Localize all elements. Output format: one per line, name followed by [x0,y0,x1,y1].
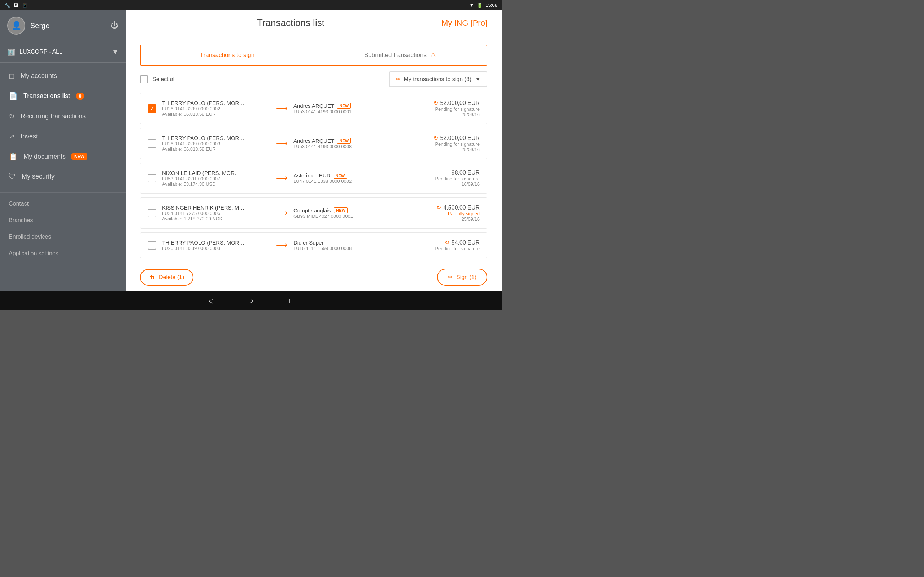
tx-date: 16/09/16 [407,181,480,187]
table-row[interactable]: NIXON LE LAID (PERS. MOR… LU53 0141 8391… [140,163,487,193]
sidebar-item-transactions-list[interactable]: 📄 Transactions list 8 [0,86,126,106]
tx-status: Pending for signature [407,246,480,251]
sidebar-header: 👤 Serge ⏻ [0,10,126,42]
account-name: LUXCORP - ALL [19,49,63,55]
sidebar-item-recurring-transactions[interactable]: ↻ Recurring transactions [0,106,126,126]
status-bar-left: 🔧 🖼 📱 [4,3,28,8]
chevron-down-icon: ▼ [112,48,118,56]
sidebar-item-enrolled-devices[interactable]: Enrolled devices [0,229,126,245]
sidebar-user: 👤 Serge [7,16,50,35]
filter-dropdown[interactable]: ✏ My transactions to sign (8) ▼ [389,71,487,87]
tx-status: Partially signed [407,211,480,216]
wifi-icon: ▼ [470,3,474,8]
tx-from-available: Available: 66.813,58 EUR [162,147,270,152]
page-title: Transactions list [257,17,325,29]
toolbar: Select all ✏ My transactions to sign (8)… [126,66,502,93]
refresh-icon: ↻ [436,204,441,211]
home-button[interactable]: ○ [249,297,254,305]
tx-checkbox[interactable] [148,139,156,148]
tx-checkbox[interactable] [148,174,156,182]
trash-icon: 🗑 [149,274,155,280]
new-badge: NEW [334,207,347,213]
sidebar-item-label: My security [22,173,55,180]
android-nav: ◁ ○ □ [0,292,502,310]
sidebar-item-invest[interactable]: ↗ Invest [0,126,126,147]
tx-amount-section: ↻ 52.000,00 EUR Pending for signature 25… [407,100,480,117]
tx-from-available: Available: 66.813,58 EUR [162,111,270,117]
sidebar-item-my-accounts[interactable]: ◻ My accounts [0,66,126,86]
tx-from-name: THIERRY PAOLO (PERS. MOR… [162,239,270,246]
tx-amount: ↻ 52.000,00 EUR [407,134,480,141]
account-selector[interactable]: 🏢 LUXCORP - ALL ▼ [0,42,126,63]
refresh-icon: ↻ [433,134,438,141]
tx-checkbox[interactable] [148,209,156,218]
select-all-checkbox[interactable] [140,76,148,83]
table-row[interactable]: KISSINGER HENRIK (PERS. M… LU34 0141 727… [140,197,487,229]
sign-icon: ✏ [448,274,452,280]
tx-amount-section: 98,00 EUR Pending for signature 16/09/16 [407,169,480,187]
sidebar-item-application-settings[interactable]: Application settings [0,245,126,262]
tx-from-available: Available: 53.174,36 USD [162,181,270,187]
tx-to-name: Asterix en EUR NEW [294,172,402,179]
new-badge: NEW [337,103,351,108]
sidebar-item-label: My documents [23,153,66,161]
tx-status: Pending for signature [407,141,480,147]
recents-button[interactable]: □ [289,297,294,305]
tabs: Transactions to sign Submitted transacti… [140,45,487,66]
table-row[interactable]: THIERRY PAOLO (PERS. MOR… LU26 0141 3339… [140,128,487,159]
new-badge: NEW [337,138,351,143]
filter-chevron-icon: ▼ [475,76,481,82]
tx-to-iban: GB93 MIDL 4027 0000 0001 [294,213,402,219]
tab-transactions-to-sign[interactable]: Transactions to sign [140,45,314,66]
sidebar-item-my-documents[interactable]: 📋 My documents NEW [0,147,126,167]
tx-from-iban: LU26 0141 3339 0000 0002 [162,106,270,111]
tab-submitted-transactions[interactable]: Submitted transactions ⚠ [313,45,486,65]
tx-from-name: NIXON LE LAID (PERS. MOR… [162,170,270,176]
image-icon: 🖼 [14,3,18,8]
tx-to: Andres ARQUET NEW LU53 0141 4193 0000 00… [294,103,402,114]
tx-to-iban: LU16 1111 1599 0000 0008 [294,246,402,251]
tx-from-iban: LU53 0141 8391 0000 0007 [162,176,270,181]
account-selector-left: 🏢 LUXCORP - ALL [7,48,63,56]
document-icon: 📄 [9,92,18,100]
tabs-container: Transactions to sign Submitted transacti… [126,36,502,66]
tx-checkbox[interactable] [148,241,156,250]
arrow-icon: ⟶ [276,240,288,250]
status-bar-right: ▼ 🔋 15:08 [470,3,498,8]
brand-label: My ING [Pro] [441,18,487,28]
select-all-row: Select all [140,76,176,83]
arrow-icon: ⟶ [276,208,288,218]
sidebar-item-branches[interactable]: Branches [0,212,126,229]
sign-button[interactable]: ✏ Sign (1) [437,269,487,285]
top-bar: Transactions list My ING [Pro] [126,10,502,36]
tx-from-name: KISSINGER HENRIK (PERS. M… [162,205,270,211]
table-row[interactable]: ✓ THIERRY PAOLO (PERS. MOR… LU26 0141 33… [140,93,487,124]
tx-from-name: THIERRY PAOLO (PERS. MOR… [162,135,270,141]
tx-from: THIERRY PAOLO (PERS. MOR… LU26 0141 3339… [162,100,270,117]
content-area: Transactions list My ING [Pro] Transacti… [126,10,502,292]
sidebar-item-contact[interactable]: Contact [0,195,126,212]
sidebar-item-my-security[interactable]: 🛡 My security [0,167,126,187]
status-bar: 🔧 🖼 📱 ▼ 🔋 15:08 [0,0,502,10]
sidebar-item-label: My accounts [21,72,57,80]
new-badge: NEW [333,173,347,179]
tx-to: Didier Super LU16 1111 1599 0000 0008 [294,239,402,251]
back-button[interactable]: ◁ [208,297,213,305]
documents-icon: 📋 [9,152,18,161]
tx-amount: ↻ 54,00 EUR [407,239,480,246]
tx-from-iban: LU26 0141 3339 0000 0003 [162,141,270,147]
nav-divider [0,192,126,193]
invest-icon: ↗ [9,132,15,141]
tx-amount-section: ↻ 52.000,00 EUR Pending for signature 25… [407,134,480,152]
documents-new-badge: NEW [71,153,87,160]
tx-from-name: THIERRY PAOLO (PERS. MOR… [162,100,270,106]
table-row[interactable]: THIERRY PAOLO (PERS. MOR… LU26 0141 3339… [140,232,487,258]
delete-button[interactable]: 🗑 Delete (1) [140,269,194,285]
power-button[interactable]: ⏻ [110,21,118,30]
tx-amount: ↻ 52.000,00 EUR [407,100,480,106]
tx-checkbox[interactable]: ✓ [148,104,156,113]
tx-status: Pending for signature [407,106,480,112]
arrow-icon: ⟶ [276,104,288,113]
avatar: 👤 [7,16,25,35]
tx-date: 25/09/16 [407,216,480,222]
